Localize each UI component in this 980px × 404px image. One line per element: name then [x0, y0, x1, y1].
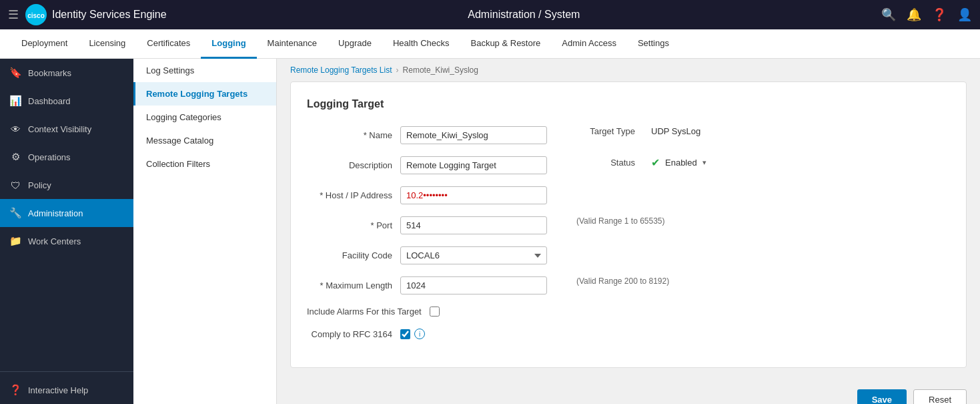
tab-logging[interactable]: Logging	[201, 29, 256, 59]
policy-icon: 🛡	[9, 179, 21, 191]
footer-bar: Save Reset	[277, 381, 980, 404]
sidebar-item-dashboard[interactable]: 📊 Dashboard	[0, 87, 133, 115]
port-hint: (Valid Range 1 to 65535)	[576, 216, 665, 226]
max-length-hint: (Valid Range 200 to 8192)	[576, 276, 669, 286]
main-content: Remote Logging Targets List › Remote_Kiw…	[277, 59, 980, 404]
sidebar-item-policy[interactable]: 🛡 Policy	[0, 171, 133, 199]
include-alarms-row: Include Alarms For this Target	[307, 307, 950, 317]
reset-button[interactable]: Reset	[913, 389, 967, 404]
search-icon[interactable]: 🔍	[881, 7, 896, 22]
tab-upgrade[interactable]: Upgrade	[328, 29, 382, 59]
comply-rfc-row: Comply to RFC 3164 i	[307, 329, 950, 339]
sub-sidebar-log-settings[interactable]: Log Settings	[133, 59, 276, 82]
sidebar-item-label: Dashboard	[28, 96, 71, 106]
page-title: Administration / System	[468, 9, 580, 21]
context-visibility-icon: 👁	[9, 123, 21, 135]
hamburger-icon[interactable]: ☰	[8, 7, 19, 22]
description-input[interactable]	[400, 156, 547, 174]
include-alarms-checkbox[interactable]	[430, 307, 440, 317]
sidebar: 🔖 Bookmarks 📊 Dashboard 👁 Context Visibi…	[0, 59, 133, 404]
status-text: Enabled	[665, 158, 697, 168]
interactive-help-icon: ❓	[9, 384, 21, 396]
facility-label: Facility Code	[307, 250, 400, 260]
sidebar-item-context-visibility[interactable]: 👁 Context Visibility	[0, 115, 133, 143]
max-length-row: * Maximum Length (Valid Range 200 to 819…	[307, 276, 950, 294]
secondary-nav: Deployment Licensing Certificates Loggin…	[0, 29, 980, 59]
save-button[interactable]: Save	[857, 389, 907, 404]
sub-sidebar-message-catalog[interactable]: Message Catalog	[133, 129, 276, 152]
help-icon[interactable]: ❓	[932, 7, 947, 22]
target-type-value: UDP SysLog	[651, 126, 700, 136]
user-icon[interactable]: 👤	[957, 7, 972, 22]
bell-icon[interactable]: 🔔	[907, 7, 921, 22]
tab-licensing[interactable]: Licensing	[78, 29, 136, 59]
sub-sidebar-logging-categories[interactable]: Logging Categories	[133, 106, 276, 129]
sidebar-item-label: Bookmarks	[28, 68, 71, 78]
sidebar-item-interactive-help[interactable]: ❓ Interactive Help	[0, 376, 133, 404]
name-label: * Name	[307, 130, 400, 140]
host-input[interactable]	[400, 186, 547, 204]
cisco-logo: cisco Identity Services Engine	[25, 4, 167, 25]
sidebar-item-bookmarks[interactable]: 🔖 Bookmarks	[0, 59, 133, 87]
host-label: * Host / IP Address	[307, 190, 400, 200]
sidebar-item-label: Work Centers	[28, 236, 81, 246]
app-title: Identity Services Engine	[52, 9, 167, 21]
max-length-label: * Maximum Length	[307, 280, 400, 290]
status-label: Status	[576, 158, 643, 168]
form-card: Logging Target * Name Target Type UDP Sy…	[290, 81, 967, 368]
tab-admin-access[interactable]: Admin Access	[551, 29, 627, 59]
work-centers-icon: 📁	[9, 235, 21, 247]
facility-row: Facility Code LOCAL0LOCAL1LOCAL2 LOCAL3L…	[307, 246, 950, 264]
comply-rfc-info-icon[interactable]: i	[414, 329, 425, 339]
form-title: Logging Target	[307, 98, 950, 110]
breadcrumb-link[interactable]: Remote Logging Targets List	[290, 65, 392, 75]
status-dropdown-icon[interactable]: ▾	[702, 158, 706, 167]
include-alarms-label: Include Alarms For this Target	[307, 307, 430, 317]
bookmarks-icon: 🔖	[9, 67, 21, 79]
cisco-logo-mark: cisco	[25, 4, 47, 25]
status-row: ✔ Enabled ▾	[651, 156, 706, 169]
comply-rfc-label: Comply to RFC 3164	[307, 329, 400, 339]
status-check-icon: ✔	[651, 156, 660, 169]
breadcrumb-separator: ›	[396, 65, 399, 75]
dashboard-icon: 📊	[9, 95, 21, 107]
name-input[interactable]	[400, 126, 547, 144]
tab-maintenance[interactable]: Maintenance	[257, 29, 328, 59]
port-row: * Port (Valid Range 1 to 65535)	[307, 216, 950, 234]
sidebar-item-label: Context Visibility	[28, 124, 91, 134]
sub-sidebar: Log Settings Remote Logging Targets Logg…	[133, 59, 277, 404]
sub-sidebar-remote-logging-targets[interactable]: Remote Logging Targets	[133, 82, 276, 106]
administration-icon: 🔧	[9, 207, 21, 219]
sidebar-item-label: Policy	[28, 180, 51, 190]
description-row: Description Status ✔ Enabled ▾	[307, 156, 950, 174]
description-label: Description	[307, 160, 400, 170]
tab-certificates[interactable]: Certificates	[136, 29, 201, 59]
name-row: * Name Target Type UDP SysLog	[307, 126, 950, 144]
max-length-input[interactable]	[400, 276, 547, 294]
main-layout: 🔖 Bookmarks 📊 Dashboard 👁 Context Visibi…	[0, 59, 980, 404]
sub-sidebar-collection-filters[interactable]: Collection Filters	[133, 152, 276, 176]
port-input[interactable]	[400, 216, 547, 234]
sidebar-item-label: Administration	[28, 208, 83, 218]
port-label: * Port	[307, 220, 400, 230]
tab-settings[interactable]: Settings	[627, 29, 680, 59]
sidebar-item-operations[interactable]: ⚙ Operations	[0, 143, 133, 171]
sidebar-item-label: Interactive Help	[28, 385, 88, 395]
sidebar-item-administration[interactable]: 🔧 Administration	[0, 199, 133, 227]
target-type-label: Target Type	[576, 126, 643, 136]
comply-rfc-checkbox[interactable]	[400, 329, 410, 339]
breadcrumb-current: Remote_Kiwi_Syslog	[403, 65, 478, 75]
tab-backup-restore[interactable]: Backup & Restore	[460, 29, 551, 59]
svg-text:cisco: cisco	[27, 12, 45, 19]
breadcrumb: Remote Logging Targets List › Remote_Kiw…	[277, 59, 980, 81]
tab-health-checks[interactable]: Health Checks	[382, 29, 460, 59]
operations-icon: ⚙	[9, 151, 21, 163]
sidebar-item-work-centers[interactable]: 📁 Work Centers	[0, 227, 133, 255]
tab-deployment[interactable]: Deployment	[11, 29, 78, 59]
host-row: * Host / IP Address	[307, 186, 950, 204]
facility-select[interactable]: LOCAL0LOCAL1LOCAL2 LOCAL3LOCAL4LOCAL5 LO…	[400, 246, 547, 264]
top-header: ☰ cisco Identity Services Engine Adminis…	[0, 0, 980, 29]
sidebar-item-label: Operations	[28, 152, 71, 162]
